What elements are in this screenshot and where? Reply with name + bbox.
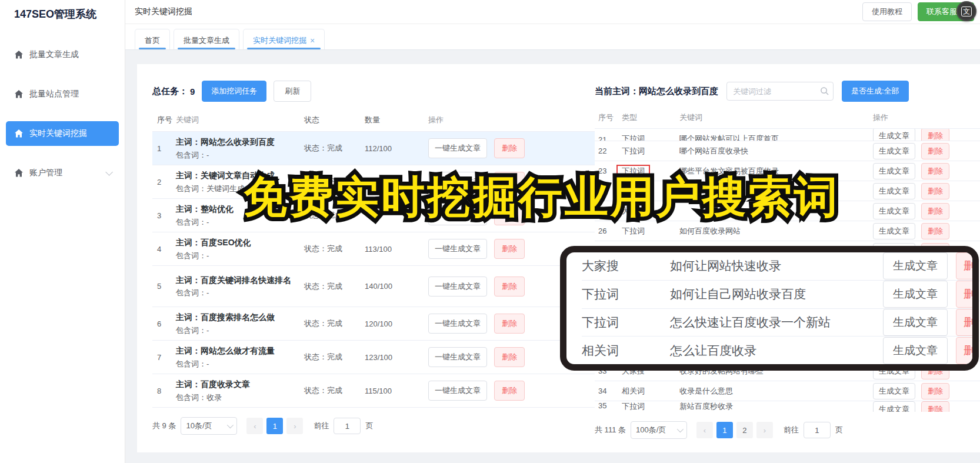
sidebar-item-account[interactable]: 账户管理 [6,161,119,185]
delete-button[interactable]: 删除 [494,314,525,334]
table-row[interactable]: 7 主词：网站怎么做才有流量包含词：- 状态：完成 123/100 一键生成文章… [152,341,595,374]
delete-button[interactable]: 删除 [494,277,525,297]
delete-button[interactable]: 删除 [921,183,949,199]
home-icon [14,89,24,99]
sidebar-item-batch-article[interactable]: 批量文章生成 [6,42,119,67]
delete-button[interactable]: 删除 [494,347,525,367]
row-no: 4 [152,245,176,254]
delete-button[interactable]: 删除 [921,223,949,239]
delete-button[interactable]: 删除 [956,252,979,279]
table-row[interactable]: 5 主词：百度关键词排名快速排名包含词：- 状态：完成 140/100 一键生成… [152,266,595,307]
delete-button[interactable]: 删除 [956,337,979,364]
row-no: 2 [152,178,176,186]
translate-extension-icon[interactable]: 文 [956,1,976,21]
table-row[interactable]: 21 下拉词 哪个网站发帖可以上百度首页 生成文章删除 [595,129,980,141]
row-keyword: 新站百度秒收录 [679,401,873,412]
table-row[interactable]: 22 下拉词 哪个网站百度收录快 生成文章删除 [595,141,980,161]
table-row[interactable]: 35 下拉词 新站百度秒收录 生成文章删除 [595,401,980,412]
col-ops: 操作 [873,112,980,123]
main-area: 实时关键词挖掘 使用教程 联系客服 文 首页 批量文章生成 实时关键词挖掘 × [125,0,980,463]
goto-page-input[interactable] [804,422,831,438]
col-qty: 数量 [365,115,428,125]
delete-button[interactable]: 删除 [921,163,949,179]
delete-button[interactable]: 删除 [494,239,525,259]
generate-article-button[interactable]: 生成文章 [883,337,948,364]
generate-article-button[interactable]: 生成文章 [873,183,915,199]
generate-article-button[interactable]: 生成文章 [873,129,915,141]
tutorial-button[interactable]: 使用教程 [862,2,912,21]
delete-button[interactable]: 删除 [921,401,949,412]
tab-keyword-mining[interactable]: 实时关键词挖掘 × [243,29,325,49]
generate-article-button[interactable]: 生成文章 [873,143,915,159]
generate-article-button[interactable]: 生成文章 [873,203,915,219]
generate-article-button[interactable]: 生成文章 [883,281,948,308]
delete-button[interactable]: 删除 [921,203,949,219]
table-row[interactable]: 34 相关词 收录是什么意思 生成文章删除 [595,381,980,401]
col-keyword: 关键词 [176,115,304,125]
row-qty: 140/100 [365,282,428,291]
table-row[interactable]: 4 主词：百度SEO优化包含词：- 状态：完成 113/100 一键生成文章删除 [152,232,595,266]
refresh-button[interactable]: 刷新 [274,81,311,102]
goto-label: 前往 [314,421,329,431]
add-task-button[interactable]: 添加挖词任务 [202,81,266,102]
row-type: 相关词 [582,342,670,359]
row-no: 22 [595,146,622,155]
generate-all-button[interactable]: 是否生成:全部 [842,81,909,102]
generate-article-button[interactable]: 一键生成文章 [428,239,487,259]
close-icon[interactable]: × [310,36,315,45]
app-window: 147SEO管理系统 批量文章生成 批量站点管理 实时关键词挖掘 账户管理 [0,0,980,463]
goto-page-input[interactable] [334,418,361,434]
goto-label: 前往 [784,425,799,435]
page-size-select[interactable]: 10条/页 [181,417,237,435]
delete-button[interactable]: 删除 [921,143,949,159]
sidebar-item-keyword-mining[interactable]: 实时关键词挖掘 [6,121,119,146]
sidebar-item-label: 实时关键词挖掘 [29,128,87,139]
row-keyword: 主词：网站怎么收录到百度 [176,137,275,146]
keyword-filter-input[interactable] [726,82,834,101]
row-type: 大家搜 [582,258,670,274]
generate-article-button[interactable]: 一键生成文章 [428,314,487,334]
table-row[interactable]: 6 主词：百度搜索排名怎么做包含词：- 状态：完成 120/100 一键生成文章… [152,307,595,341]
generate-article-button[interactable]: 一键生成文章 [428,347,487,367]
delete-button[interactable]: 删除 [956,309,979,336]
table-row[interactable]: 8 主词：百度收录文章包含词：收录 状态：完成 115/100 一键生成文章删除 [152,374,595,408]
delete-button[interactable]: 删除 [921,129,949,141]
prev-page-button[interactable]: ‹ [246,418,263,434]
total-count: 共 111 条 [595,425,626,435]
row-no: 8 [152,387,176,395]
generate-article-button[interactable]: 生成文章 [873,223,915,239]
page-button-2[interactable]: 2 [736,422,753,438]
task-pagination: 共 9 条 10条/页 ‹ 1 › 前往 [152,417,595,435]
page-button-1[interactable]: 1 [266,418,283,434]
table-row[interactable]: 1 主词：网站怎么收录到百度包含词：- 状态：完成 112/100 一键生成文章… [152,132,595,165]
row-no: 34 [595,387,622,395]
tab-batch-article[interactable]: 批量文章生成 [174,29,239,49]
callout-row: 相关词 怎么让百度收录 生成文章 删除 [582,337,972,364]
next-page-button[interactable]: › [756,422,773,438]
generate-article-button[interactable]: 一键生成文章 [428,381,487,401]
keyword-filter [726,82,834,101]
delete-button[interactable]: 删除 [956,281,979,308]
prev-page-button[interactable]: ‹ [696,422,713,438]
row-type: 下拉词 [582,286,670,302]
next-page-button[interactable]: › [286,418,303,434]
page-size-select[interactable]: 100条/页 [631,421,687,439]
goto-page: 前往 页 [784,422,843,438]
tab-label: 实时关键词挖掘 [253,35,306,46]
generate-article-button[interactable]: 一键生成文章 [428,277,487,297]
generate-article-button[interactable]: 生成文章 [873,401,915,412]
page-button-1[interactable]: 1 [716,422,733,438]
generate-article-button[interactable]: 一键生成文章 [428,138,487,158]
delete-button[interactable]: 删除 [494,381,525,401]
delete-button[interactable]: 删除 [494,138,525,158]
generate-article-button[interactable]: 生成文章 [883,252,948,279]
row-subword: 包含词：- [176,359,304,369]
tab-home[interactable]: 首页 [135,29,170,49]
generate-article-button[interactable]: 生成文章 [873,383,915,399]
row-subword: 包含词：收录 [176,392,304,403]
generate-article-button[interactable]: 生成文章 [883,309,948,336]
delete-button[interactable]: 删除 [921,383,949,399]
generate-article-button[interactable]: 生成文章 [873,163,915,179]
sidebar-item-batch-site[interactable]: 批量站点管理 [6,82,119,106]
total-count: 共 9 条 [152,421,176,431]
